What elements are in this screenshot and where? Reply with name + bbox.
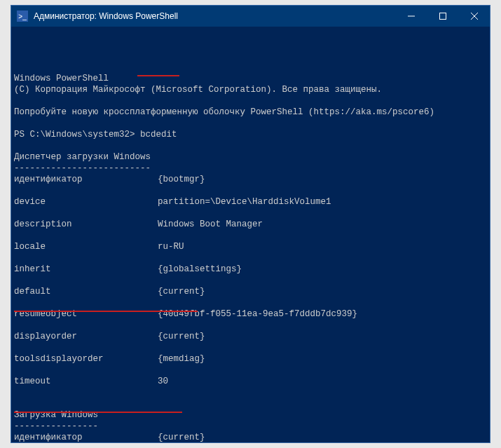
section1-divider: -------------------------- [14, 163, 151, 173]
section2-divider: ---------------- [14, 421, 98, 431]
header-line-1: Windows PowerShell [14, 74, 109, 83]
prompt-1: PS C:\Windows\system32> bcdedit [14, 130, 177, 140]
terminal-output[interactable]: Windows PowerShell (C) Корпорация Майкро… [11, 27, 490, 442]
powershell-window: >_ Администратор: Windows PowerShell Win… [11, 5, 490, 443]
close-button[interactable] [458, 6, 490, 27]
table-row: inherit{globalsettings} [14, 264, 487, 275]
titlebar[interactable]: >_ Администратор: Windows PowerShell [11, 6, 490, 27]
window-title: Администратор: Windows PowerShell [34, 11, 395, 21]
svg-rect-1 [439, 13, 446, 20]
header-line-2: (C) Корпорация Майкрософт (Microsoft Cor… [14, 85, 382, 95]
table-row: devicepartition=\Device\HarddiskVolume1 [14, 196, 487, 208]
maximize-button[interactable] [427, 6, 458, 27]
section1-title: Диспетчер загрузки Windows [14, 152, 151, 162]
highlight-bcdedit [137, 75, 179, 76]
table-row: toolsdisplayorder{memdiag} [14, 353, 487, 365]
header-line-3: Попробуйте новую кроссплатформенную обол… [14, 107, 434, 117]
highlight-identifier-current [14, 311, 198, 312]
table-row: default{current} [14, 286, 487, 297]
table-row: идентификатор{current} [14, 432, 487, 442]
window-controls [395, 6, 490, 27]
highlight-recoveryenabled [14, 412, 182, 413]
table-row: descriptionWindows Boot Manager [14, 219, 487, 230]
powershell-icon: >_ [17, 11, 28, 22]
minimize-button[interactable] [395, 6, 427, 27]
table-row: идентификатор{bootmgr} [14, 174, 487, 185]
table-row: timeout30 [14, 376, 487, 387]
table-row: localeru-RU [14, 241, 487, 252]
table-row: displayorder{current} [14, 331, 487, 342]
